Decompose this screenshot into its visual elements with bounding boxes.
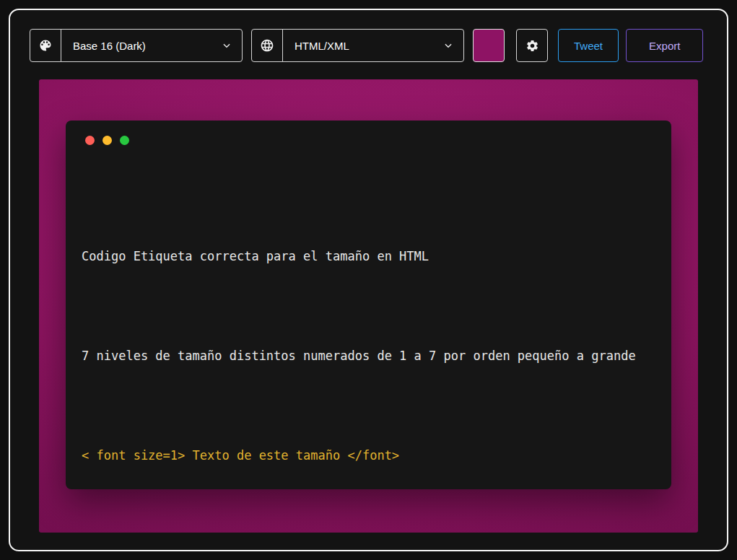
- globe-icon: [260, 38, 274, 53]
- language-icon-button[interactable]: [251, 29, 283, 62]
- code-editor[interactable]: Codigo Etiqueta correcta para el tamaño …: [82, 173, 655, 533]
- chevron-down-icon: [443, 40, 453, 51]
- theme-icon-button[interactable]: [30, 29, 61, 62]
- app-window: Base 16 (Dark) HTML/XML: [9, 9, 728, 551]
- tweet-button[interactable]: Tweet: [558, 29, 619, 62]
- theme-select[interactable]: Base 16 (Dark): [61, 29, 243, 62]
- toolbar: Base 16 (Dark) HTML/XML: [10, 10, 727, 62]
- export-button[interactable]: Export: [626, 29, 703, 62]
- code-line[interactable]: < font size=1> Texto de este tamaño </fo…: [82, 439, 655, 472]
- code-window[interactable]: Codigo Etiqueta correcta para el tamaño …: [66, 121, 671, 489]
- settings-button[interactable]: [516, 29, 548, 62]
- language-select[interactable]: HTML/XML: [282, 29, 464, 62]
- language-selector-group: HTML/XML: [251, 29, 464, 62]
- code-line[interactable]: 7 niveles de tamaño distintos numerados …: [82, 339, 655, 372]
- code-line[interactable]: Codigo Etiqueta correcta para el tamaño …: [82, 240, 655, 273]
- export-canvas[interactable]: Codigo Etiqueta correcta para el tamaño …: [39, 79, 698, 533]
- gear-icon: [526, 39, 539, 53]
- maximize-window-dot: [120, 136, 129, 145]
- chevron-down-icon: [222, 40, 232, 51]
- theme-select-value: Base 16 (Dark): [73, 40, 146, 52]
- background-color-swatch[interactable]: [473, 29, 505, 62]
- language-select-value: HTML/XML: [295, 40, 349, 52]
- close-window-dot: [85, 136, 95, 145]
- minimize-window-dot: [103, 136, 112, 145]
- theme-selector-group: Base 16 (Dark): [30, 29, 243, 62]
- window-controls: [82, 136, 655, 145]
- palette-icon: [38, 38, 53, 53]
